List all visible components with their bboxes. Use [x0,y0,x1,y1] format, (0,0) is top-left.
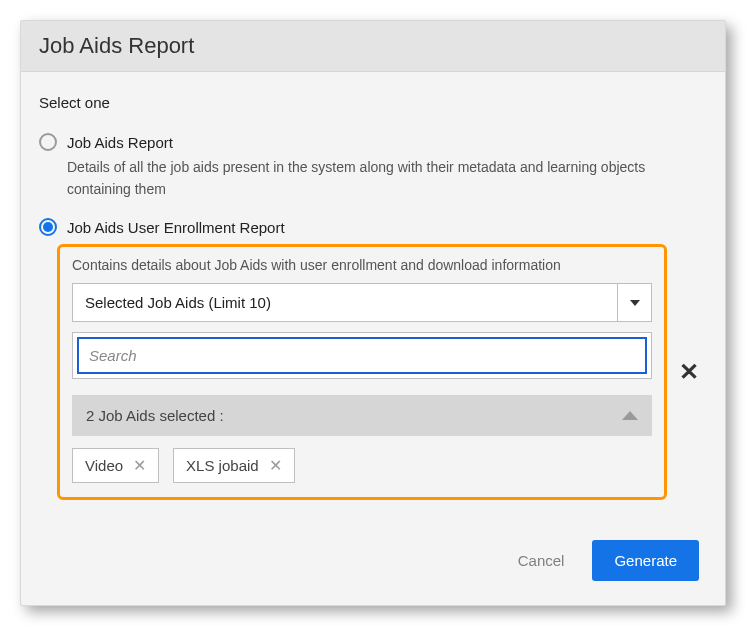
dialog-body: Select one Job Aids Report Details of al… [21,72,725,518]
chip-video: Video ✕ [72,448,159,483]
chip-xls-jobaid: XLS jobaid ✕ [173,448,295,483]
caret-up-icon [622,411,638,420]
chip-label: Video [85,457,123,474]
selected-count-label: 2 Job Aids selected : [86,407,224,424]
cancel-button[interactable]: Cancel [518,552,565,569]
chip-remove-icon[interactable]: ✕ [133,458,146,474]
search-wrapper [72,332,652,379]
dialog-footer: Cancel Generate [21,518,725,605]
chevron-down-icon [630,300,640,306]
job-aids-dropdown[interactable]: Selected Job Aids (Limit 10) [72,283,652,322]
job-aids-report-dialog: Job Aids Report Select one Job Aids Repo… [20,20,726,606]
chip-label: XLS jobaid [186,457,259,474]
radio-icon-selected[interactable] [39,218,57,236]
dialog-title: Job Aids Report [39,33,707,59]
search-input[interactable] [77,337,647,374]
dropdown-selected-text: Selected Job Aids (Limit 10) [72,283,618,322]
dialog-header: Job Aids Report [21,21,725,72]
generate-button[interactable]: Generate [592,540,699,581]
select-one-label: Select one [39,94,707,111]
enrollment-config-row: Contains details about Job Aids with use… [39,244,707,500]
radio-label: Job Aids Report [67,134,173,151]
radio-option-job-aids-report[interactable]: Job Aids Report Details of all the job a… [39,133,707,200]
report-type-radio-group: Job Aids Report Details of all the job a… [39,133,707,500]
selected-summary-bar[interactable]: 2 Job Aids selected : [72,395,652,436]
selected-chips: Video ✕ XLS jobaid ✕ [72,448,652,483]
chip-remove-icon[interactable]: ✕ [269,458,282,474]
radio-label: Job Aids User Enrollment Report [67,219,285,236]
enrollment-config-panel: Contains details about Job Aids with use… [57,244,667,500]
radio-dot-icon [43,222,53,232]
radio-icon[interactable] [39,133,57,151]
radio-option-enrollment-report[interactable]: Job Aids User Enrollment Report [39,218,707,236]
dropdown-toggle-button[interactable] [618,283,652,322]
clear-selection-button[interactable]: ✕ [673,358,705,386]
radio-description: Details of all the job aids present in t… [67,157,707,200]
enrollment-description: Contains details about Job Aids with use… [72,257,652,273]
